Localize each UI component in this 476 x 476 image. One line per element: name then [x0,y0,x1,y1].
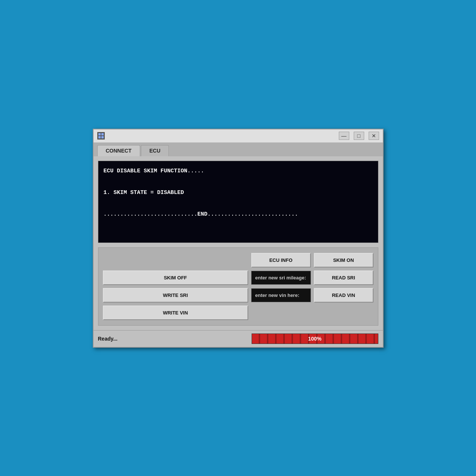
output-console: ECU DISABLE SKIM FUNCTION..... 1. SKIM S… [98,161,378,243]
button-grid: ECU INFO SKIM ON SKIM OFF enter new sri … [103,253,373,320]
progress-percent-label: 100% [308,336,322,342]
skim-on-button[interactable]: SKIM ON [314,253,373,267]
write-vin-button[interactable]: WRITE VIN [103,306,248,320]
status-text: Ready... [98,336,118,342]
sri-mileage-input[interactable]: enter new sri mileage: [251,271,311,285]
svg-rect-2 [98,136,101,138]
svg-rect-0 [98,133,101,135]
read-sri-button[interactable]: READ SRI [314,270,373,285]
console-line-2 [104,178,373,186]
close-button[interactable]: ✕ [369,132,379,140]
skim-off-button[interactable]: SKIM OFF [103,270,248,285]
console-line-3: 1. SKIM STATE = DISABLED [104,189,373,197]
tab-ecu[interactable]: ECU [141,145,169,156]
content-area: ECU DISABLE SKIM FUNCTION..... 1. SKIM S… [94,156,383,330]
ecu-info-button[interactable]: ECU INFO [251,253,311,267]
title-bar-left [97,132,105,140]
progress-bar-container: 100% [252,333,378,344]
app-icon [97,132,105,140]
title-bar-controls: — □ ✕ [339,132,379,140]
console-line-1: ECU DISABLE SKIM FUNCTION..... [104,167,373,175]
write-sri-button[interactable]: WRITE SRI [103,288,248,303]
tab-bar: CONNECT ECU [94,143,383,156]
minimize-button[interactable]: — [339,132,349,140]
console-line-5: ............................END.........… [104,210,373,218]
maximize-button[interactable]: □ [354,132,364,140]
title-bar: — □ ✕ [94,129,383,143]
tab-connect[interactable]: CONNECT [97,145,140,156]
read-vin-button[interactable]: READ VIN [314,288,373,303]
button-panel: ECU INFO SKIM ON SKIM OFF enter new sri … [98,247,378,326]
vin-input[interactable]: enter new vin here: [251,288,311,302]
console-line-4 [104,200,373,207]
main-window: — □ ✕ CONNECT ECU ECU DISABLE SKIM FUNCT… [93,129,384,348]
svg-rect-1 [101,133,104,135]
status-bar: Ready... 100% [94,330,383,347]
svg-rect-3 [101,136,104,138]
